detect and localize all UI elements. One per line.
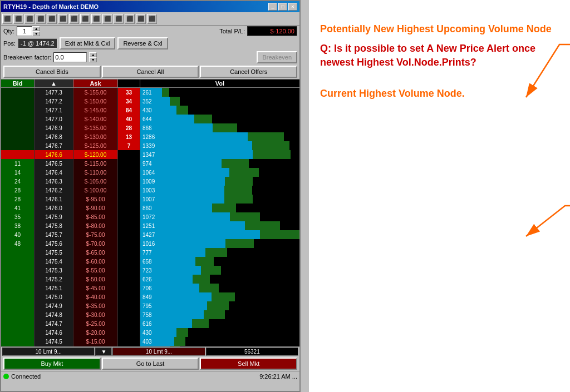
table-row[interactable]: 1476.7$-125.007 1339: [1, 141, 299, 150]
toolbar-btn-4[interactable]: ⬛: [36, 14, 46, 24]
go-to-last-button[interactable]: Go to Last: [102, 358, 199, 370]
toolbar-btn-12[interactable]: ⬛: [125, 14, 135, 24]
ask-cell: $-35.00: [73, 301, 118, 310]
price-cell: 1476.0: [35, 204, 73, 212]
table-row[interactable]: 1474.7$-25.00 616: [1, 319, 299, 328]
toolbar-btn-13[interactable]: ⬛: [136, 14, 146, 24]
table-row[interactable]: 111476.5$-115.00 974: [1, 159, 299, 168]
pnl-display: $-120.00: [247, 26, 297, 36]
vol-bar-cell: 758: [140, 310, 299, 319]
table-row[interactable]: 1475.1$-45.00 706: [1, 284, 299, 292]
table-row[interactable]: 1475.0$-40.00 849: [1, 292, 299, 301]
qty-up-btn[interactable]: ▲: [32, 26, 40, 31]
table-row[interactable]: 481475.6$-70.00 1016: [1, 239, 299, 248]
toolbar-btn-5[interactable]: ⬛: [47, 14, 57, 24]
toolbar-btn-11[interactable]: ⬛: [114, 14, 124, 24]
vol-bar-cell: 1339: [140, 141, 299, 150]
table-row[interactable]: 1474.8$-30.00 758: [1, 310, 299, 319]
title-bar: RTYH19 - Depth of Market DEMO _ □ ×: [1, 1, 299, 12]
price-cell: 1474.7: [35, 319, 73, 328]
vol-num-cell: [118, 248, 140, 257]
table-row[interactable]: 411476.0$-90.00 860: [1, 204, 299, 212]
ask-cell: $-30.00: [73, 310, 118, 319]
toolbar: ⬛ ⬛ ⬛ ⬛ ⬛ ⬛ ⬛ ⬛ ⬛ ⬛ ⬛ ⬛ ⬛ ⬛: [1, 12, 299, 26]
breakeven-button[interactable]: Breakeven: [257, 51, 297, 63]
toolbar-btn-6[interactable]: ⬛: [58, 14, 68, 24]
table-row[interactable]: 1477.3$-155.0033 261: [1, 88, 299, 97]
vol-num-cell: [118, 337, 140, 346]
toolbar-btn-7[interactable]: ⬛: [69, 14, 79, 24]
table-row[interactable]: 401475.7$-75.00 1427: [1, 230, 299, 239]
vol-num-cell: 28: [118, 123, 140, 132]
table-row[interactable]: 141476.4$-110.00 1064: [1, 168, 299, 177]
dom-body: 1477.3$-155.0033 261 1477.2$-150.0034 35…: [1, 88, 299, 346]
toolbar-btn-9[interactable]: ⬛: [91, 14, 101, 24]
table-row[interactable]: 281476.2$-100.00 1003: [1, 186, 299, 195]
table-row[interactable]: 1475.2$-50.00 626: [1, 275, 299, 284]
vol-bar-cell: 1347: [140, 150, 299, 159]
table-row[interactable]: 1474.5$-15.00 403: [1, 337, 299, 346]
bottom-vol-total: 56321: [206, 348, 298, 356]
qty-down-btn[interactable]: ▼: [32, 31, 40, 36]
minimize-button[interactable]: _: [268, 3, 277, 11]
table-row[interactable]: 241476.3$-105.00 1009: [1, 177, 299, 186]
bid-cell: [1, 123, 35, 132]
toolbar-btn-14[interactable]: ⬛: [147, 14, 157, 24]
reverse-cxl-button[interactable]: Reverse & Cxl: [117, 37, 168, 49]
table-row[interactable]: 1477.0$-140.0040 644: [1, 115, 299, 123]
price-cell: 1476.8: [35, 132, 73, 141]
buy-mkt-button[interactable]: Buy Mkt: [3, 358, 101, 370]
table-row[interactable]: 1476.9$-135.0028 866: [1, 123, 299, 132]
sell-mkt-button[interactable]: Sell Mkt: [200, 358, 297, 370]
ask-cell: $-120.00: [73, 150, 118, 159]
vol-bar-cell: 849: [140, 292, 299, 301]
exit-at-mkt-button[interactable]: Exit at Mkt & Cxl: [60, 37, 116, 49]
qty-input[interactable]: [17, 26, 32, 36]
table-row[interactable]: 281476.1$-95.00 1007: [1, 195, 299, 204]
table-row[interactable]: 1475.4$-60.00 658: [1, 257, 299, 266]
table-row[interactable]: 1476.6$-120.00 1347: [1, 150, 299, 159]
table-row[interactable]: 1475.3$-55.00 723: [1, 266, 299, 275]
bid-cell: 28: [1, 186, 35, 195]
vol-num-cell: 33: [118, 88, 140, 97]
cancel-offers-button[interactable]: Cancel Offers: [200, 66, 297, 78]
price-cell: 1475.7: [35, 230, 73, 239]
table-row[interactable]: 381475.8$-80.00 1251: [1, 221, 299, 230]
header-price: ▲: [35, 80, 73, 87]
ask-cell: $-85.00: [73, 212, 118, 221]
table-row[interactable]: 1474.4$-10.00 354: [1, 346, 299, 346]
table-row[interactable]: 1474.6$-20.00 430: [1, 328, 299, 337]
price-cell: 1474.8: [35, 310, 73, 319]
price-cell: 1475.8: [35, 221, 73, 230]
toolbar-btn-10[interactable]: ⬛: [102, 14, 112, 24]
price-cell: 1474.5: [35, 337, 73, 346]
breakeven-row: Breakeven factor: ▲ ▼ Breakeven: [1, 50, 299, 64]
window-controls: _ □ ×: [268, 3, 297, 11]
ask-cell: $-45.00: [73, 284, 118, 292]
table-row[interactable]: 1475.5$-65.00 777: [1, 248, 299, 257]
ask-cell: $-135.00: [73, 123, 118, 132]
bid-cell: [1, 337, 35, 346]
vol-bar-cell: 1003: [140, 186, 299, 195]
table-row[interactable]: 1477.2$-150.0034 352: [1, 97, 299, 106]
bid-cell: [1, 275, 35, 284]
table-row[interactable]: 1477.1$-145.0084 430: [1, 106, 299, 115]
breakeven-up-btn[interactable]: ▲: [89, 52, 97, 57]
toolbar-btn-8[interactable]: ⬛: [80, 14, 90, 24]
toolbar-btn-2[interactable]: ⬛: [13, 14, 23, 24]
bid-cell: [1, 310, 35, 319]
bid-cell: [1, 346, 35, 346]
table-row[interactable]: 1476.8$-130.0013 1286: [1, 132, 299, 141]
cancel-all-button[interactable]: Cancel All: [102, 66, 199, 78]
breakeven-input[interactable]: [53, 52, 87, 62]
close-button[interactable]: ×: [288, 3, 297, 11]
bid-cell: [1, 301, 35, 310]
maximize-button[interactable]: □: [278, 3, 287, 11]
cancel-bids-button[interactable]: Cancel Bids: [3, 66, 101, 78]
breakeven-down-btn[interactable]: ▼: [89, 57, 97, 62]
toolbar-btn-3[interactable]: ⬛: [24, 14, 35, 24]
table-row[interactable]: 351475.9$-85.00 1072: [1, 212, 299, 221]
vol-num-cell: [118, 275, 140, 284]
toolbar-btn-1[interactable]: ⬛: [2, 14, 12, 24]
table-row[interactable]: 1474.9$-35.00 795: [1, 301, 299, 310]
